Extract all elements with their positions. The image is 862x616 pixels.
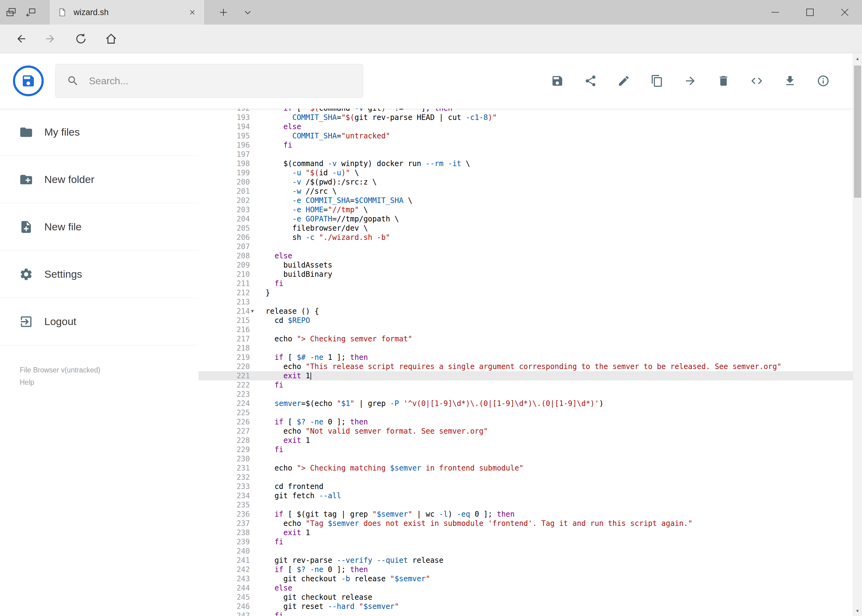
tab-preview-chevron-icon[interactable] (238, 0, 258, 25)
code-line[interactable]: 235 (199, 500, 853, 509)
sidebar-item-my-files[interactable]: My files (0, 108, 199, 156)
tab-close-icon[interactable] (188, 8, 196, 16)
code-line[interactable]: 197 (199, 150, 853, 159)
copy-button[interactable] (651, 74, 663, 87)
minimize-button[interactable] (758, 0, 793, 25)
tab-preview-icon[interactable] (6, 7, 17, 18)
fold-gutter (250, 159, 260, 168)
code-line[interactable]: 199 -u "$(id -u)" \ (199, 168, 853, 178)
code-line[interactable]: 201 -w //src \ (199, 187, 853, 196)
code-line[interactable]: 200 -v /$(pwd):/src:z \ (199, 178, 853, 187)
delete-button[interactable] (717, 74, 730, 87)
line-number: 215 (199, 316, 250, 325)
code-line[interactable]: 209 buildAssets (199, 261, 853, 270)
code-line[interactable]: 208 else (199, 251, 853, 261)
browser-tab[interactable]: wizard.sh (49, 0, 205, 25)
code-line[interactable]: 202 -e COMMIT_SHA=$COMMIT_SHA \ (199, 196, 853, 205)
code-line[interactable]: 225 (199, 408, 853, 417)
code-line[interactable]: 247 fi (199, 611, 853, 616)
code-line[interactable]: 224 semver=$(echo "$1" | grep -P '^v(0|[… (199, 399, 853, 408)
code-line[interactable]: 203 -e HOME="//tmp" \ (199, 205, 853, 214)
code-line[interactable]: 218 (199, 344, 853, 353)
code-line[interactable]: 196 fi (199, 141, 853, 150)
new-tab-button[interactable] (213, 0, 233, 25)
line-number: 214 (199, 306, 250, 316)
code-line[interactable]: 236 if [ $(git tag | grep "$semver" | wc… (199, 509, 853, 519)
code-text: -w //src \ (260, 187, 337, 196)
code-line[interactable]: 210 buildBinary (199, 270, 853, 279)
code-line[interactable]: 226 if [ $? -ne 0 ]; then (199, 417, 853, 427)
download-button[interactable] (783, 74, 796, 87)
code-line[interactable]: 217 echo "> Checking semver format" (199, 334, 853, 344)
code-line[interactable]: 244 else (199, 583, 853, 592)
code-line[interactable]: 241 git rev-parse --verify --quiet relea… (199, 556, 853, 565)
home-button[interactable] (96, 25, 126, 53)
code-line[interactable]: 230 (199, 454, 853, 464)
code-line[interactable]: 192 if [ "$(command -v git)" != "" ]; th… (199, 108, 853, 113)
code-line[interactable]: 239 fi (199, 537, 853, 547)
filebrowser-logo[interactable] (13, 66, 44, 96)
code-line[interactable]: 243 git checkout -b release "$semver" (199, 574, 853, 583)
code-line[interactable]: 231 echo "> Checking matching $semver in… (199, 464, 853, 473)
code-line[interactable]: 212} (199, 288, 853, 297)
info-button[interactable] (817, 74, 830, 87)
source-code-button[interactable] (750, 74, 763, 87)
code-line[interactable]: 195 COMMIT_SHA="untracked" (199, 131, 853, 141)
scrollbar-thumb[interactable] (854, 66, 861, 198)
code-line[interactable]: 211 fi (199, 279, 853, 288)
search-input[interactable] (88, 75, 352, 87)
line-number: 239 (199, 537, 250, 547)
code-line[interactable]: 207 (199, 242, 853, 251)
code-line[interactable]: 232 (199, 473, 853, 482)
help-link[interactable]: Help (20, 376, 100, 388)
code-line[interactable]: 229 fi (199, 445, 853, 454)
back-button[interactable] (6, 25, 36, 53)
maximize-button[interactable] (793, 0, 827, 25)
sidebar-item-new-folder[interactable]: New folder (0, 156, 199, 203)
code-line[interactable]: 213 (199, 297, 853, 306)
code-line[interactable]: 194 else (199, 122, 853, 131)
app-header (0, 53, 853, 108)
code-line[interactable]: 206 sh -c "./wizard.sh -b" (199, 233, 853, 242)
code-line[interactable]: 222 fi (199, 380, 853, 390)
scroll-down-arrow-icon[interactable]: ▼ (853, 605, 862, 616)
search-box[interactable] (55, 64, 363, 98)
forward-button[interactable] (36, 25, 66, 53)
refresh-button[interactable] (66, 25, 96, 53)
code-line[interactable]: 220 echo "This release script requires a… (199, 362, 853, 371)
code-line[interactable]: 219 if [ $# -ne 1 ]; then (199, 353, 853, 362)
fold-toggle-icon[interactable]: ▾ (250, 306, 260, 316)
code-line[interactable]: 246 git reset --hard "$semver" (199, 602, 853, 611)
code-line[interactable]: 205 filebrowser/dev \ (199, 223, 853, 233)
code-line[interactable]: 245 git checkout release (199, 592, 853, 602)
code-line[interactable]: 221 exit 1 (199, 371, 853, 380)
fold-gutter (250, 611, 260, 616)
close-button[interactable] (827, 0, 862, 25)
code-editor[interactable]: 192 if [ "$(command -v git)" != "" ]; th… (199, 108, 853, 616)
sidebar-item-logout[interactable]: Logout (0, 298, 199, 346)
code-line[interactable]: 223 (199, 390, 853, 399)
rename-button[interactable] (617, 74, 630, 87)
code-line[interactable]: 240 (199, 547, 853, 556)
code-line[interactable]: 216 (199, 325, 853, 334)
code-line[interactable]: 238 exit 1 (199, 528, 853, 537)
move-button[interactable] (684, 74, 697, 87)
code-line[interactable]: 242 if [ $? -ne 0 ]; then (199, 565, 853, 574)
code-line[interactable]: 215 cd $REPO (199, 316, 853, 325)
sidebar-item-settings[interactable]: Settings (0, 251, 199, 298)
code-line[interactable]: 214▾release () { (199, 306, 853, 316)
code-line[interactable]: 234 git fetch --all (199, 491, 853, 500)
code-line[interactable]: 233 cd frontend (199, 482, 853, 491)
code-line[interactable]: 204 -e GOPATH=//tmp/gopath \ (199, 214, 853, 223)
scrollbar[interactable]: ▲ ▼ (853, 53, 862, 616)
code-line[interactable]: 198 $(command -v winpty) docker run --rm… (199, 159, 853, 168)
code-line[interactable]: 237 echo "Tag $semver does not exist in … (199, 519, 853, 528)
sidebar-item-new-file[interactable]: New file (0, 203, 199, 251)
scroll-up-arrow-icon[interactable]: ▲ (853, 53, 862, 64)
code-line[interactable]: 193 COMMIT_SHA="$(git rev-parse HEAD | c… (199, 113, 853, 122)
code-line[interactable]: 227 echo "Not valid semver format. See s… (199, 427, 853, 436)
set-aside-tabs-icon[interactable] (25, 7, 36, 18)
share-button[interactable] (584, 74, 597, 87)
save-button[interactable] (551, 74, 564, 87)
code-line[interactable]: 228 exit 1 (199, 436, 853, 445)
